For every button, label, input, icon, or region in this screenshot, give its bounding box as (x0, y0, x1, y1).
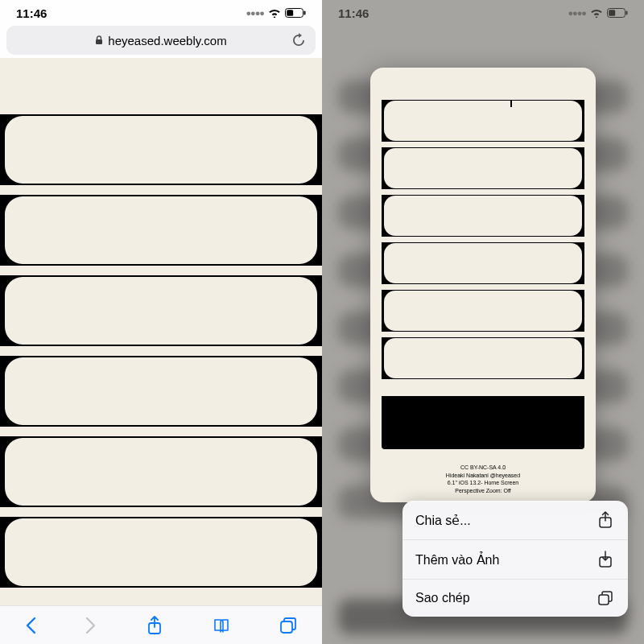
status-bar-right: 11:46 ●●●● (322, 0, 644, 26)
back-button[interactable] (25, 617, 36, 634)
battery-icon (607, 8, 628, 18)
context-menu: Chia sẻ... Thêm vào Ảnh Sao chép (402, 501, 628, 617)
status-bar-left: 11:46 ●●●● (0, 0, 322, 26)
safari-toolbar (0, 605, 322, 644)
bookmarks-button[interactable] (213, 617, 230, 634)
preview-notch-mark (510, 100, 512, 107)
svg-rect-8 (626, 11, 628, 15)
menu-item-label: Thêm vào Ảnh (415, 552, 499, 568)
status-indicators: ●●●● (246, 8, 306, 18)
url-host: heyeased.weebly.com (108, 34, 226, 47)
copy-icon (597, 590, 615, 606)
share-button[interactable] (147, 616, 163, 635)
preview-dock (382, 396, 584, 449)
menu-item-share[interactable]: Chia sẻ... (402, 501, 628, 540)
caption-line: Hideaki Nakatani @heyeased (370, 472, 596, 479)
tabs-button[interactable] (279, 617, 297, 634)
lock-icon (95, 35, 103, 45)
wifi-icon (268, 8, 281, 18)
caption-line: Perspective Zoom: Off (370, 487, 596, 494)
phone-right-preview: 11:46 ●●●● C (322, 0, 644, 644)
svg-rect-5 (281, 621, 292, 633)
preview-caption: CC BY-NC-SA 4.0 Hideaki Nakatani @heyeas… (370, 464, 596, 494)
page-content[interactable] (0, 58, 322, 605)
caption-line: CC BY-NC-SA 4.0 (370, 464, 596, 471)
svg-rect-11 (599, 595, 609, 605)
reload-icon[interactable] (291, 33, 306, 47)
menu-item-label: Chia sẻ... (415, 513, 471, 528)
menu-item-label: Sao chép (415, 591, 470, 605)
battery-icon (285, 8, 306, 18)
cellular-dots-icon: ●●●● (246, 8, 264, 18)
status-time: 11:46 (16, 6, 47, 20)
preview-wallpaper (382, 100, 584, 414)
wallpaper-image (0, 58, 322, 605)
svg-rect-1 (287, 10, 293, 16)
forward-button[interactable] (85, 617, 97, 634)
image-preview-card[interactable]: CC BY-NC-SA 4.0 Hideaki Nakatani @heyeas… (370, 68, 596, 502)
address-bar[interactable]: heyeased.weebly.com (6, 26, 316, 55)
status-time: 11:46 (338, 6, 369, 20)
save-image-icon (597, 551, 615, 568)
caption-line: 6.1" iOS 13.2- Home Screen (370, 479, 596, 486)
status-indicators: ●●●● (568, 8, 628, 18)
share-icon (597, 511, 615, 529)
cellular-dots-icon: ●●●● (568, 8, 586, 18)
wifi-icon (590, 8, 603, 18)
menu-item-add-to-photos[interactable]: Thêm vào Ảnh (402, 540, 628, 580)
svg-rect-7 (609, 10, 615, 16)
svg-rect-3 (96, 39, 102, 44)
phone-left-safari: 11:46 ●●●● heyeased.weebly.com (0, 0, 322, 644)
menu-item-copy[interactable]: Sao chép (402, 580, 628, 617)
svg-rect-2 (304, 11, 306, 15)
